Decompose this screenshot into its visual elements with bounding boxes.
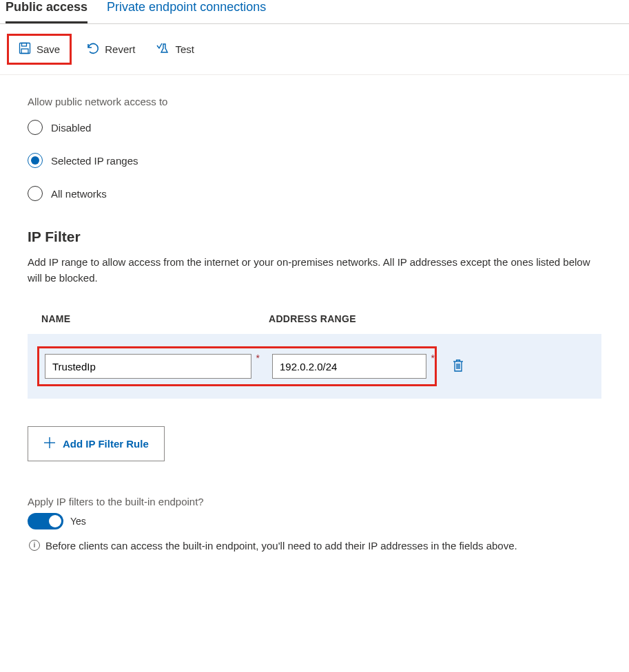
highlight-save: Save (7, 34, 72, 65)
trash-icon (452, 364, 464, 375)
svg-rect-1 (22, 43, 27, 47)
tab-bar: Public access Private endpoint connectio… (0, 0, 629, 24)
undo-icon (85, 41, 99, 57)
test-button[interactable]: Test (149, 37, 201, 61)
builtin-note: i Before clients can access the built-in… (28, 538, 601, 554)
radio-circle-icon (28, 186, 43, 201)
radio-all-networks[interactable]: All networks (28, 186, 601, 201)
radio-selected-ip[interactable]: Selected IP ranges (28, 153, 601, 168)
ip-filter-row: * * (28, 334, 601, 399)
rule-name-input[interactable] (45, 354, 251, 379)
revert-label: Revert (105, 43, 135, 55)
add-ip-filter-rule-button[interactable]: Add IP Filter Rule (28, 426, 165, 461)
radio-circle-icon (28, 153, 43, 168)
info-icon: i (29, 540, 40, 551)
apply-builtin-toggle[interactable] (28, 513, 63, 529)
access-radio-group: Disabled Selected IP ranges All networks (28, 120, 601, 201)
column-name: NAME (41, 313, 269, 324)
add-rule-label: Add IP Filter Rule (63, 438, 149, 450)
column-address-range: ADDRESS RANGE (269, 313, 601, 324)
tab-public-access[interactable]: Public access (6, 0, 87, 23)
apply-builtin-value: Yes (70, 516, 86, 527)
test-icon (156, 41, 169, 57)
ip-filter-description: Add IP range to allow access from the in… (28, 255, 601, 286)
save-label: Save (37, 43, 60, 55)
delete-rule-button[interactable] (452, 359, 464, 375)
name-field-wrap: * (45, 354, 251, 379)
revert-button[interactable]: Revert (79, 37, 142, 61)
highlight-inputs: * * (37, 346, 437, 386)
main-content: Allow public network access to Disabled … (0, 75, 629, 567)
radio-all-label: All networks (51, 188, 107, 200)
radio-circle-icon (28, 120, 43, 135)
radio-dot-icon (31, 156, 39, 165)
test-label: Test (175, 43, 194, 55)
plus-icon (43, 437, 56, 451)
ip-filter-table-header: NAME ADDRESS RANGE (28, 313, 601, 334)
apply-builtin-toggle-row: Yes (28, 513, 601, 529)
radio-disabled-label: Disabled (51, 122, 91, 134)
svg-rect-2 (21, 49, 28, 54)
radio-selected-ip-label: Selected IP ranges (51, 155, 138, 167)
range-field-wrap: * (272, 354, 426, 379)
required-mark: * (256, 353, 260, 364)
toggle-knob (49, 515, 61, 527)
tab-private-endpoint-connections[interactable]: Private endpoint connections (107, 0, 266, 23)
toolbar: Save Revert Test (0, 24, 629, 75)
rule-range-input[interactable] (272, 354, 426, 379)
apply-builtin-label: Apply IP filters to the built-in endpoin… (28, 496, 601, 507)
builtin-note-text: Before clients can access the built-in e… (45, 538, 517, 554)
required-mark: * (431, 353, 435, 364)
save-icon (19, 42, 31, 56)
save-button[interactable]: Save (12, 38, 67, 61)
ip-filter-title: IP Filter (28, 229, 601, 245)
radio-disabled[interactable]: Disabled (28, 120, 601, 135)
access-label: Allow public network access to (28, 96, 601, 107)
